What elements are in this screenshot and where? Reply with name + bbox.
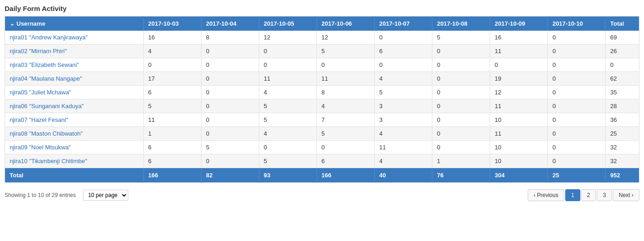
cell-total: 35: [606, 86, 639, 99]
cell-d20171007: 5: [374, 86, 432, 99]
cell-d20171005: 4: [259, 127, 317, 141]
cell-d20171005: 5: [259, 154, 317, 168]
cell-d20171006: 0: [317, 141, 374, 154]
cell-d20171003: 0: [143, 58, 201, 72]
table-row: njira04 "Maulana Nangape"17011114019062: [5, 72, 639, 86]
table-row: njira07 "Hazel Fesani"110573010036: [5, 113, 639, 127]
total-cell-d20171004: 82: [201, 168, 259, 183]
cell-username[interactable]: njira02 "Mirriam Phiri": [5, 44, 144, 58]
total-cell-d20171008: 76: [432, 168, 490, 183]
previous-button[interactable]: ‹ Previous: [528, 189, 564, 201]
cell-d20171007: 4: [374, 127, 432, 141]
cell-d20171006: 11: [317, 72, 374, 86]
cell-d20171007: 4: [374, 154, 432, 168]
cell-total: 0: [606, 58, 639, 72]
table-row: njira06 "Sunganani Kaduya"50543011028: [5, 99, 639, 113]
cell-d20171005: 5: [259, 113, 317, 127]
pagination-controls: ‹ Previous123Next ›: [528, 189, 639, 201]
cell-d20171004: 0: [201, 113, 259, 127]
total-cell-total: 952: [606, 168, 639, 183]
cell-total: 32: [606, 154, 639, 168]
per-page-select[interactable]: 10 per page25 per page50 per page: [83, 190, 128, 201]
col-header-username[interactable]: ⌄Username: [5, 16, 144, 31]
cell-d20171008: 0: [432, 127, 490, 141]
cell-d20171010: 0: [548, 154, 606, 168]
total-cell-d20171006: 166: [317, 168, 374, 183]
col-header-d20171009: 2017-10-09: [490, 16, 548, 31]
cell-username[interactable]: njira09 "Noel Mtsukwa": [5, 141, 144, 154]
cell-d20171003: 4: [143, 44, 201, 58]
cell-d20171010: 0: [548, 113, 606, 127]
next-button[interactable]: Next ›: [613, 189, 639, 201]
cell-d20171009: 12: [490, 86, 548, 99]
table-row: njira02 "Mirriam Phiri"40056011026: [5, 44, 639, 58]
cell-d20171008: 0: [432, 58, 490, 72]
cell-d20171010: 0: [548, 31, 606, 44]
cell-d20171003: 5: [143, 99, 201, 113]
cell-d20171005: 0: [259, 141, 317, 154]
page-title: Daily Form Activity: [5, 5, 639, 12]
cell-d20171004: 0: [201, 127, 259, 141]
cell-d20171004: 0: [201, 86, 259, 99]
cell-d20171009: 11: [490, 127, 548, 141]
cell-d20171009: 0: [490, 58, 548, 72]
table-row: njira01 "Andrew Kanjirawaya"168121205160…: [5, 31, 639, 44]
page-button-2[interactable]: 2: [581, 189, 596, 201]
cell-d20171006: 12: [317, 31, 374, 44]
cell-d20171004: 0: [201, 44, 259, 58]
cell-username[interactable]: njira01 "Andrew Kanjirawaya": [5, 31, 144, 44]
cell-d20171008: 0: [432, 99, 490, 113]
cell-d20171009: 10: [490, 141, 548, 154]
cell-d20171003: 6: [143, 154, 201, 168]
cell-d20171006: 5: [317, 44, 374, 58]
cell-username[interactable]: njira10 "Tikambenji Chitimbe": [5, 154, 144, 168]
cell-username[interactable]: njira06 "Sunganani Kaduya": [5, 99, 144, 113]
table-row: njira08 "Maston Chibwatoh"10454011025: [5, 127, 639, 141]
cell-d20171004: 0: [201, 72, 259, 86]
page-button-3[interactable]: 3: [597, 189, 612, 201]
cell-d20171009: 10: [490, 154, 548, 168]
cell-d20171006: 7: [317, 113, 374, 127]
cell-d20171005: 0: [259, 58, 317, 72]
total-cell-d20171009: 304: [490, 168, 548, 183]
cell-d20171003: 16: [143, 31, 201, 44]
table-row: njira10 "Tikambenji Chitimbe"60564110032: [5, 154, 639, 168]
cell-d20171010: 0: [548, 72, 606, 86]
cell-d20171007: 0: [374, 58, 432, 72]
cell-d20171010: 0: [548, 86, 606, 99]
per-page-selector[interactable]: 10 per page25 per page50 per page: [83, 190, 128, 201]
cell-d20171003: 17: [143, 72, 201, 86]
cell-d20171008: 0: [432, 72, 490, 86]
table-row: njira09 "Noel Mtsukwa"650011010032: [5, 141, 639, 154]
cell-d20171006: 4: [317, 99, 374, 113]
cell-d20171008: 0: [432, 113, 490, 127]
cell-d20171007: 3: [374, 99, 432, 113]
cell-d20171005: 11: [259, 72, 317, 86]
cell-d20171007: 4: [374, 72, 432, 86]
cell-username[interactable]: njira07 "Hazel Fesani": [5, 113, 144, 127]
cell-username[interactable]: njira05 "Juliet Mchawa": [5, 86, 144, 99]
cell-username[interactable]: njira04 "Maulana Nangape": [5, 72, 144, 86]
showing-text: Showing 1 to 10 of 29 entries: [5, 192, 76, 198]
col-header-d20171004: 2017-10-04: [201, 16, 259, 31]
cell-username[interactable]: njira08 "Maston Chibwatoh": [5, 127, 144, 141]
cell-d20171007: 6: [374, 44, 432, 58]
cell-d20171004: 8: [201, 31, 259, 44]
cell-d20171004: 0: [201, 99, 259, 113]
cell-d20171004: 5: [201, 141, 259, 154]
col-header-d20171008: 2017-10-08: [432, 16, 490, 31]
cell-d20171010: 0: [548, 127, 606, 141]
col-header-total: Total: [606, 16, 639, 31]
cell-d20171004: 0: [201, 58, 259, 72]
page-button-1[interactable]: 1: [565, 189, 580, 201]
cell-d20171009: 19: [490, 72, 548, 86]
table-footer: Showing 1 to 10 of 29 entries 10 per pag…: [5, 187, 639, 203]
cell-d20171005: 5: [259, 99, 317, 113]
cell-d20171003: 6: [143, 86, 201, 99]
cell-username[interactable]: njira03 "Elizabeth Sewani": [5, 58, 144, 72]
col-header-d20171010: 2017-10-10: [548, 16, 606, 31]
cell-d20171010: 0: [548, 99, 606, 113]
col-header-d20171003: 2017-10-03: [143, 16, 201, 31]
total-cell-d20171005: 93: [259, 168, 317, 183]
cell-d20171009: 10: [490, 113, 548, 127]
